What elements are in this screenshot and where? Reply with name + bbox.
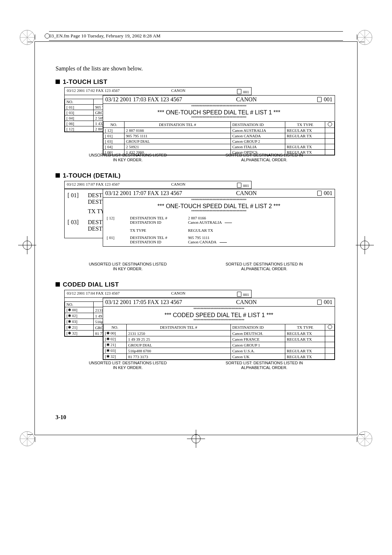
detail-group: [ 12]DESTINATION TEL #2 887 0166DESTINAT… [103, 215, 335, 235]
cell-mark [325, 128, 335, 133]
cell-mark [325, 342, 335, 348]
cell-no: [ 04] [103, 144, 124, 150]
caption-sorted: SORTED LIST: DESTINATIONS LISTED INALPHA… [201, 361, 327, 371]
banner-stars: *************************************** [103, 210, 335, 214]
svg-point-16 [20, 432, 34, 446]
svg-point-10 [23, 241, 32, 250]
svg-line-19 [22, 433, 33, 444]
cell-no: [✱ 02] [103, 336, 127, 342]
cell-id: Canon GROUP 1 [231, 342, 285, 348]
banner-title: *** ONE-TOUCH SPEED DIAL TEL # LIST 2 **… [103, 202, 335, 210]
report-header-right: 001 [311, 299, 332, 305]
col-header: TX TYPE [285, 324, 325, 331]
table-row: [✱ 32]81 773 3173Canon UKREGULAR TX [103, 354, 335, 360]
col-header: DESTINATION TEL # [124, 122, 231, 128]
report-header-right: 001 [237, 291, 249, 297]
cell-tel: GROUP DIAL [124, 139, 231, 144]
svg-line-25 [359, 433, 370, 444]
page-icon [317, 300, 322, 305]
cell-id: Canon ITALIA [231, 144, 285, 150]
svg-point-5 [358, 30, 372, 45]
ornament-icon [356, 430, 374, 448]
banner-stars: ************************************ [103, 307, 335, 311]
cell-mark [325, 336, 335, 342]
cell-no: [✱ 00] [103, 331, 127, 336]
table-row: [ 04]2 50921Canon ITALIAREGULAR TX [103, 144, 335, 150]
coded-dial-sorted: 03/12 2001 17:05 FAX 123 4567 CANON 001 … [103, 298, 335, 360]
svg-line-9 [359, 32, 370, 43]
cell-no: [✱ 03] [103, 348, 127, 354]
cell-tx: REGULAR TX [285, 128, 325, 133]
page-number: 3-10 [56, 414, 66, 421]
cell-tel: 1 49 39 25 25 [127, 336, 231, 342]
col-header: DESTINATION ID [231, 122, 285, 128]
report-header-center: CANON [182, 299, 311, 305]
cell-idx: [✱ 32] [65, 331, 94, 336]
cell-id: Canon FRANCE [231, 336, 285, 342]
connector-line-icon [225, 223, 232, 223]
svg-line-8 [359, 32, 370, 43]
cell-id: Canon U.S.A. [231, 348, 285, 354]
cell-id: Canon CANADA [231, 133, 285, 139]
intro-text: Samples of the lists are shown below. [56, 65, 336, 72]
col-header: TX TYPE [285, 122, 325, 128]
cell-no: [✱ 32] [103, 354, 127, 360]
report-header-left: 03/12 2001 17:05 FAX 123 4567 [105, 299, 182, 305]
cell-mark [325, 348, 335, 354]
col-header: NO. [103, 122, 124, 128]
report-header-right: 001 [311, 190, 332, 197]
banner-stars: *************************************** [103, 105, 335, 109]
cell-id: Canon UK [231, 354, 285, 360]
cell-tel: 2 887 0166 [124, 128, 231, 133]
caption-unsorted: UNSORTED LIST: DESTINATIONS LISTEDIN KEY… [65, 153, 191, 163]
report-header-left: 03/12 2001 17:02 FAX 123 4567 [67, 88, 120, 94]
clock-icon [328, 325, 332, 329]
cell-id: Canon DEUTSCH. [231, 331, 285, 336]
caption-sorted: SORTED LIST: DESTINATIONS LISTED INALPHA… [201, 153, 327, 163]
banner-stars: ************************************ [103, 319, 335, 323]
cell-tx: REGULAR TX [285, 331, 325, 336]
cell-mark [325, 139, 335, 144]
col-header: DESTINATION TEL # [127, 324, 231, 331]
cell-tel: 2 50921 [124, 144, 231, 150]
cell-tx: REGULAR TX [285, 348, 325, 354]
cell-tel: 81 773 3173 [127, 354, 231, 360]
detail-group: [ 01]DESTINATION TEL #905 795 1111DESTIN… [103, 235, 335, 246]
report-header-left: 03/12 2001 17:07 FAX 123 4567 [67, 182, 120, 188]
cell-mark [325, 133, 335, 139]
cell-no: [✱ 21] [103, 342, 127, 348]
ornament-icon [18, 430, 36, 448]
banner-title: *** ONE-TOUCH SPEED DIAL TEL # LIST 1 **… [103, 109, 335, 116]
cell-idx: [✱ 00] [65, 307, 94, 313]
cell-mark [325, 144, 335, 150]
banner-stars: *************************************** [103, 198, 335, 202]
bullet-square-icon [56, 173, 60, 178]
table-row: [✱ 00]2131 1250Canon DEUTSCH.REGULAR TX [103, 331, 335, 336]
registration-mark-icon [187, 430, 205, 448]
table-row: [ 12]2 887 0166Canon AUSTRALIAREGULAR TX [103, 128, 335, 133]
report-header-left: 03/12 2001 17:07 FAX 123 4567 [105, 190, 182, 197]
running-head: 03_EN.fm Page 10 Tuesday, February 19, 2… [49, 31, 343, 41]
report-header-left: 03/12 2001 17:04 FAX 123 4567 [67, 291, 120, 297]
caption-unsorted: UNSORTED LIST: DESTINATIONS LISTEDIN KEY… [65, 361, 191, 371]
svg-line-24 [359, 433, 370, 444]
cell-idx: [✱ 03] [65, 319, 94, 325]
table-row: [ 03]GROUP DIALCanon GROUP 2 [103, 139, 335, 144]
col-no: NO. [65, 99, 94, 105]
cell-tel: 516p488 6700 [127, 348, 231, 354]
cell-tx: REGULAR TX [285, 354, 325, 360]
section-title-label: 1-TOUCH LIST [63, 78, 107, 85]
page-icon [237, 183, 241, 188]
report-header-right: 001 [237, 88, 249, 94]
caption-unsorted: UNSORTED LIST: DESTINATIONS LISTEDIN KEY… [65, 262, 191, 272]
report-header-center: CANON [182, 190, 311, 197]
table-row: [ 01]905 795 1111Canon CANADAREGULAR TX [103, 133, 335, 139]
table-row: [✱ 03]516p488 6700Canon U.S.A.REGULAR TX [103, 348, 335, 354]
cell-tx: REGULAR TX [285, 133, 325, 139]
cell-tx: REGULAR TX [285, 144, 325, 150]
cell-tel: GROUP DIAL [127, 342, 231, 348]
col-header [325, 324, 335, 331]
cell-idx: [ 04] [65, 116, 94, 121]
bullet-square-icon [56, 80, 60, 84]
cell-no: [ 01] [103, 133, 124, 139]
